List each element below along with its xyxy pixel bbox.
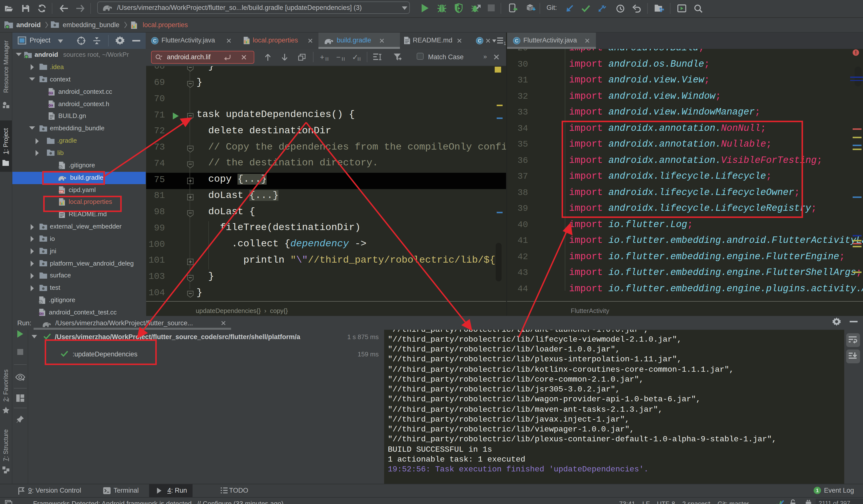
svg-text:YML: YML [59, 190, 64, 193]
svg-text:C++: C++ [48, 92, 53, 94]
svg-text:C++: C++ [48, 104, 53, 106]
svg-text:C++: C++ [39, 313, 44, 315]
